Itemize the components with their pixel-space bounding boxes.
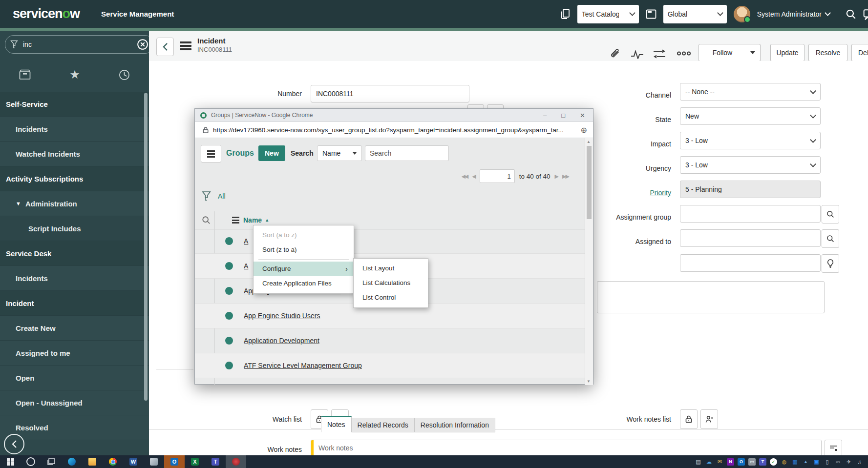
follow-button[interactable]: Follow [699,44,746,61]
submenu-item-list-layout[interactable]: List Layout [354,261,428,276]
personalize-icon[interactable] [653,49,666,60]
sidebar-scrollbar[interactable] [144,93,148,401]
outlook-tray-icon[interactable]: O [738,458,745,466]
menu-item-configure[interactable]: Configure› [254,262,354,276]
impact-select[interactable]: 3 - Low [680,132,821,149]
work-notes-list-lock-button[interactable] [680,409,698,429]
filter-icon[interactable] [202,191,211,202]
name-column-header[interactable]: Name [243,216,262,224]
number-field[interactable]: INC0008111 [311,85,469,102]
urgency-select[interactable]: 3 - Low [680,156,821,174]
submenu-item-list-calculations[interactable]: List Calculations [354,276,428,290]
suggestion-button[interactable] [822,254,839,273]
minimize-button[interactable]: – [543,112,547,119]
group-link[interactable]: A [244,262,248,270]
onedrive-icon[interactable]: ☁ [705,458,713,466]
follow-dropdown-button[interactable] [745,44,761,61]
channel-select[interactable]: -- None -- [680,83,821,101]
history-tab-icon[interactable] [119,69,130,81]
teams-tray-icon[interactable]: T [759,458,766,466]
assigned-to-field[interactable] [680,229,821,247]
list-menu-button[interactable] [201,145,221,163]
sidebar-item-open[interactable]: Open [0,366,149,390]
onenote-icon[interactable]: N [727,458,734,466]
sidebar-item-incidents[interactable]: Incidents [0,117,149,142]
update-button[interactable]: Update [770,44,804,61]
catalog-picker[interactable]: Test Catalog [577,5,639,23]
scrollbar-thumb[interactable] [587,146,592,219]
chrome-icon[interactable] [103,455,123,468]
tab-resolution-information[interactable]: Resolution Information [415,418,495,432]
tab-notes[interactable]: Notes [321,416,352,432]
group-link[interactable]: App Engine Studio Users [244,312,320,320]
all-applications-tab-icon[interactable] [19,69,31,80]
pages-icon[interactable] [560,8,571,20]
assignment-group-lookup-button[interactable] [822,205,839,224]
scroll-down-icon[interactable]: ▼ [587,379,591,384]
popup-scrollbar[interactable]: ▲ ▼ [585,138,593,385]
zoom-page-icon[interactable]: ⊕ [581,125,587,135]
popup-title-bar[interactable]: Groups | ServiceNow - Google Chrome – □ … [195,109,593,122]
search-column-select[interactable]: Name [317,145,362,161]
close-button[interactable]: ✕ [580,112,585,119]
group-link[interactable]: A [244,237,248,245]
power-icon[interactable]: ⎓ [834,458,842,466]
sidebar-item-script-includes[interactable]: Script Includes [0,216,149,241]
menu-item-create-application-files[interactable]: Create Application Files [254,276,354,291]
window-tray-icon[interactable]: ▭ [748,458,756,466]
navigator-filter-input[interactable] [22,40,137,49]
clear-filter-icon[interactable] [137,39,148,50]
back-button[interactable] [156,38,174,56]
start-button[interactable] [0,455,21,468]
shield-icon[interactable]: ▲ [802,458,809,466]
tab-related-records[interactable]: Related Records [352,418,415,432]
activity-stream-icon[interactable] [631,50,644,59]
app-icon-red[interactable] [226,455,246,468]
resolve-button[interactable]: Resolve [808,44,847,61]
work-notes-list-add-person-button[interactable] [700,409,718,429]
group-link[interactable]: ATF Service Level Management Group [244,362,362,369]
usb-icon[interactable]: ▯ [824,458,831,466]
list-search-input[interactable] [365,145,449,161]
volume-icon[interactable]: ♫ [856,458,863,466]
edge-icon[interactable] [62,455,82,468]
airplane-icon[interactable]: ✈ [845,458,852,466]
teams-icon[interactable]: T [205,455,226,468]
file-explorer-icon[interactable] [82,455,103,468]
sidebar-item-assigned-to-me[interactable]: Assigned to me [0,341,149,366]
defender-icon[interactable]: ✓ [770,458,777,466]
user-menu[interactable]: System Administrator [757,10,830,18]
submenu-item-list-control[interactable]: List Control [354,290,428,305]
word-icon[interactable]: W [123,455,144,468]
sidebar-item-incident[interactable]: Incident [0,291,149,316]
task-view-icon[interactable] [41,455,62,468]
maximize-button[interactable]: □ [561,112,565,119]
breadcrumb-all-link[interactable]: All [218,192,226,200]
menu-item-sort-z-to-a[interactable]: Sort (z to a) [254,243,354,257]
column-context-menu-icon[interactable] [232,217,239,224]
update-set-icon[interactable] [646,9,656,19]
favorites-tab-icon[interactable]: ★ [69,69,80,81]
avatar[interactable] [734,6,750,22]
scope-picker[interactable]: Global [663,5,727,23]
menu-item-sort-a-to-z[interactable]: Sort (a to z) [254,228,354,243]
description-field[interactable] [597,281,825,313]
sidebar-item-service-desk[interactable]: Service Desk [0,241,149,266]
excel-icon[interactable]: X [185,455,205,468]
sidebar-item-activity-subscriptions[interactable]: Activity Subscriptions [0,166,149,191]
chat-icon[interactable] [863,8,868,20]
sidebar-item-watched-incidents[interactable]: Watched Incidents [0,142,149,166]
previous-page-button[interactable]: ◀ [472,173,475,180]
assignment-group-field[interactable] [680,205,821,223]
new-button[interactable]: New [258,145,285,161]
activity-stream-button[interactable] [825,440,842,456]
display-icon[interactable]: ▦ [791,458,799,466]
current-row-input[interactable] [480,169,515,183]
column-search-icon[interactable] [202,216,211,224]
search-icon[interactable] [846,9,856,20]
more-options-icon[interactable] [677,51,691,56]
sidebar-item-self-service[interactable]: Self-Service [0,92,149,117]
address-bar[interactable]: https://dev173960.service-now.com/sys_us… [195,122,593,138]
sidebar-item-administration[interactable]: ▼Administration [0,191,149,216]
zoom-icon[interactable]: ▣ [813,458,820,466]
